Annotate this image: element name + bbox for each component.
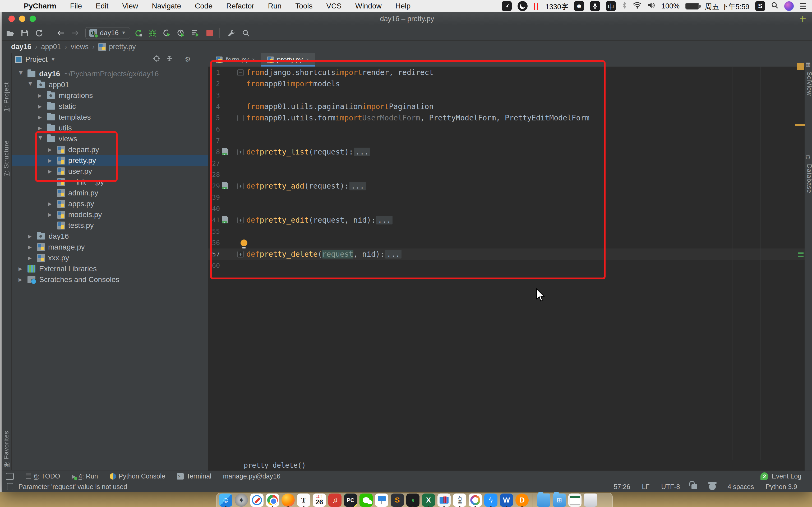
window-titlebar[interactable]: day16 – pretty.py xyxy=(2,12,812,25)
notification-center-icon[interactable]: ☰ xyxy=(800,2,807,11)
unlock-icon[interactable] xyxy=(692,484,697,489)
recording-pause-indicator[interactable]: || xyxy=(534,2,540,11)
menu-tools[interactable]: Tools xyxy=(288,0,319,12)
menu-edit[interactable]: Edit xyxy=(89,0,115,12)
dock-icon-textedit[interactable]: T xyxy=(297,494,310,507)
caret-position[interactable]: 57:26 xyxy=(614,483,630,491)
tool-button-database[interactable]: Database xyxy=(806,164,812,193)
project-panel-header[interactable]: Project ▼ ⚙ — xyxy=(12,53,208,66)
error-stripe-warning-marker[interactable] xyxy=(797,63,804,70)
back-icon[interactable] xyxy=(55,27,67,39)
chevron-icon[interactable]: ▶ xyxy=(38,93,43,99)
tree-row-migrations[interactable]: ▶ migrations xyxy=(12,90,208,101)
tool-button-python-console[interactable]: Python Console xyxy=(110,472,165,480)
breadcrumb-views[interactable]: views xyxy=(71,43,89,51)
dock-icon-excel[interactable]: X xyxy=(422,494,435,507)
tree-row-external-libraries[interactable]: ▶ External Libraries xyxy=(12,263,208,274)
dock-icon-firefox[interactable] xyxy=(282,494,295,507)
dock-icon-sublime-text[interactable]: S xyxy=(391,494,404,507)
line-separator[interactable]: LF xyxy=(642,483,650,491)
dock-icon-pycharm[interactable]: PC xyxy=(344,494,357,507)
interpreter-label[interactable]: Python 3.9 xyxy=(765,483,797,491)
chevron-icon[interactable]: ▶ xyxy=(18,266,24,272)
battery-icon[interactable] xyxy=(686,3,699,9)
tree-row-static[interactable]: ▶ static xyxy=(12,101,208,112)
file-encoding[interactable]: UTF-8 xyxy=(661,483,680,491)
dock-icon-wechat[interactable] xyxy=(359,494,373,507)
menu-vcs[interactable]: VCS xyxy=(319,0,349,12)
tree-row-tests-py[interactable]: tests.py xyxy=(12,220,208,231)
dictation-mic-icon[interactable] xyxy=(590,1,600,11)
open-icon[interactable] xyxy=(4,27,16,39)
input-source-icon[interactable]: 中 xyxy=(606,1,616,11)
breadcrumb-pretty-py[interactable]: pretty.py xyxy=(109,43,136,51)
dock-icon-navicat[interactable] xyxy=(469,494,482,507)
word-count[interactable]: 1330字 xyxy=(545,1,568,11)
tree-row-admin-py[interactable]: admin.py xyxy=(12,187,208,198)
dock-icon-chrome[interactable] xyxy=(266,494,279,507)
run-configuration-select[interactable]: dj day16 ▼ xyxy=(85,27,130,39)
chevron-icon[interactable]: ▶ xyxy=(18,71,24,76)
chevron-icon[interactable]: ▶ xyxy=(48,201,53,207)
bird-app-icon[interactable] xyxy=(502,1,512,11)
chevron-icon[interactable]: ▶ xyxy=(28,255,33,261)
chevron-icon[interactable]: ▶ xyxy=(48,212,53,218)
dock-icon-netease-music[interactable]: ♫ xyxy=(328,494,342,507)
dock-icon-shimo[interactable]: 石墨 xyxy=(453,494,466,507)
run-with-config-icon[interactable] xyxy=(189,27,201,39)
dock-icon-folder[interactable] xyxy=(537,494,550,507)
search-everywhere-icon[interactable] xyxy=(240,27,252,39)
tree-row-day16-root[interactable]: ▶ day16~/PycharmProjects/gx/day16 xyxy=(12,68,208,79)
tree-row-xxx-py[interactable]: ▶ xxx.py xyxy=(12,252,208,263)
dock-icon-launchpad[interactable]: ✦ xyxy=(235,494,248,507)
tool-button-terminal[interactable]: >_Terminal xyxy=(177,472,211,480)
dock-icon-parallels-windows[interactable]: ‖ xyxy=(438,494,451,507)
dock-icon-word[interactable]: W xyxy=(500,494,513,507)
dock-icon-trash[interactable] xyxy=(584,494,597,507)
tree-row-day16-pkg[interactable]: ▶ day16 xyxy=(12,231,208,242)
indent-setting[interactable]: 4 spaces xyxy=(727,483,754,491)
crescent-app-icon[interactable] xyxy=(517,1,527,11)
dock-icon-document-preview[interactable] xyxy=(568,494,581,507)
dock-icon-keynote[interactable] xyxy=(375,494,388,507)
save-all-icon[interactable] xyxy=(18,27,31,39)
tree-row-manage-py[interactable]: ▶ manage.py xyxy=(12,242,208,252)
coverage-icon[interactable] xyxy=(161,27,173,39)
breadcrumb-day16[interactable]: day16 xyxy=(11,43,32,51)
stop-icon[interactable] xyxy=(204,27,216,39)
chevron-icon[interactable]: ▶ xyxy=(38,114,43,120)
dock-icon-orange-tv[interactable]: D xyxy=(515,494,529,507)
bluetooth-icon[interactable] xyxy=(622,2,627,11)
reader-mode-icon[interactable] xyxy=(7,483,13,490)
menu-refactor[interactable]: Refactor xyxy=(219,0,261,12)
sync-icon[interactable] xyxy=(33,27,45,39)
dock-icon-safari[interactable] xyxy=(250,494,263,507)
menu-navigate[interactable]: Navigate xyxy=(145,0,188,12)
tool-button-structure[interactable]: 7: Structure xyxy=(3,140,10,176)
menu-view[interactable]: View xyxy=(115,0,145,12)
gear-icon[interactable]: ⚙ xyxy=(185,55,191,64)
sogou-input-icon[interactable]: S xyxy=(755,1,765,11)
tree-row-scratches[interactable]: ▶ Scratches and Consoles xyxy=(12,274,208,285)
event-log-button[interactable]: 2 Event Log xyxy=(760,472,812,480)
profiler-icon[interactable] xyxy=(175,27,187,39)
emoji-input-icon[interactable]: ☻ xyxy=(574,1,584,11)
menu-pycharm[interactable]: PyCharm xyxy=(17,0,63,12)
locate-file-icon[interactable] xyxy=(153,55,160,64)
menu-code[interactable]: Code xyxy=(188,0,219,12)
menubar-clock[interactable]: 周五 下午5:59 xyxy=(705,1,749,11)
tree-row-apps-py[interactable]: ▶ apps.py xyxy=(12,198,208,209)
tool-button-sciview[interactable]: SciView xyxy=(806,71,812,96)
dock-icon-calendar[interactable]: 11月26 xyxy=(313,494,326,507)
chevron-icon[interactable]: ▶ xyxy=(18,277,24,283)
chevron-icon[interactable]: ▶ xyxy=(28,82,34,88)
hide-panel-icon[interactable]: — xyxy=(197,55,204,64)
breadcrumb-app01[interactable]: app01 xyxy=(41,43,61,51)
dock-icon-terminal[interactable]: $ xyxy=(406,494,419,507)
inspection-profile-icon[interactable] xyxy=(709,483,716,490)
collapse-all-icon[interactable] xyxy=(166,55,173,64)
menu-help[interactable]: Help xyxy=(389,0,418,12)
tool-button-project[interactable]: 1: Project xyxy=(3,82,10,111)
tool-button-todo[interactable]: ☰6: TODO xyxy=(26,472,60,480)
window-layout-icon[interactable] xyxy=(6,473,14,480)
